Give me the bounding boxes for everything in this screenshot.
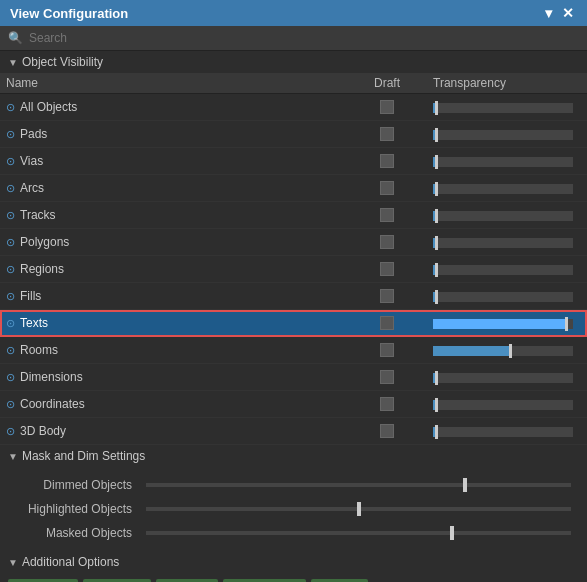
- table-row[interactable]: ⊙Texts: [0, 310, 587, 337]
- dim-slider-handle[interactable]: [357, 502, 361, 516]
- transparency-cell[interactable]: [427, 283, 587, 310]
- draft-checkbox-cell[interactable]: [347, 310, 427, 337]
- transparency-cell[interactable]: [427, 418, 587, 445]
- transparency-slider[interactable]: [433, 130, 573, 140]
- draft-checkbox-cell[interactable]: [347, 283, 427, 310]
- table-row[interactable]: ⊙Dimensions: [0, 364, 587, 391]
- draft-checkbox[interactable]: [380, 181, 394, 195]
- draft-checkbox-cell[interactable]: [347, 94, 427, 121]
- draft-checkbox-cell[interactable]: [347, 391, 427, 418]
- transparency-slider[interactable]: [433, 400, 573, 410]
- eye-icon[interactable]: ⊙: [6, 236, 15, 249]
- draft-checkbox[interactable]: [380, 127, 394, 141]
- draft-checkbox-cell[interactable]: [347, 148, 427, 175]
- draft-checkbox-cell[interactable]: [347, 202, 427, 229]
- row-label: Dimensions: [20, 370, 83, 384]
- visibility-table: Name Draft Transparency ⊙All Objects⊙Pad…: [0, 73, 587, 445]
- draft-checkbox-cell[interactable]: [347, 337, 427, 364]
- transparency-cell[interactable]: [427, 148, 587, 175]
- dim-slider-handle[interactable]: [450, 526, 454, 540]
- dim-slider-track[interactable]: [146, 531, 571, 535]
- table-row[interactable]: ⊙Coordinates: [0, 391, 587, 418]
- transparency-cell[interactable]: [427, 175, 587, 202]
- pin-button[interactable]: ▾: [542, 5, 555, 21]
- search-bar: 🔍: [0, 26, 587, 51]
- eye-icon[interactable]: ⊙: [6, 101, 15, 114]
- dim-slider-track[interactable]: [146, 507, 571, 511]
- transparency-cell[interactable]: [427, 202, 587, 229]
- eye-icon[interactable]: ⊙: [6, 317, 15, 330]
- draft-checkbox[interactable]: [380, 262, 394, 276]
- table-row[interactable]: ⊙3D Body: [0, 418, 587, 445]
- table-row[interactable]: ⊙Arcs: [0, 175, 587, 202]
- transparency-cell[interactable]: [427, 256, 587, 283]
- draft-checkbox-cell[interactable]: [347, 418, 427, 445]
- draft-checkbox[interactable]: [380, 343, 394, 357]
- search-input[interactable]: [29, 31, 579, 45]
- draft-checkbox[interactable]: [380, 424, 394, 438]
- draft-checkbox-cell[interactable]: [347, 121, 427, 148]
- dim-row-masked-objects: Masked Objects: [0, 521, 587, 545]
- eye-icon[interactable]: ⊙: [6, 425, 15, 438]
- transparency-cell[interactable]: [427, 310, 587, 337]
- table-row[interactable]: ⊙Regions: [0, 256, 587, 283]
- transparency-cell[interactable]: [427, 229, 587, 256]
- draft-checkbox[interactable]: [380, 100, 394, 114]
- additional-options-header[interactable]: ▼ Additional Options: [0, 551, 587, 573]
- draft-checkbox-cell[interactable]: [347, 175, 427, 202]
- transparency-slider[interactable]: [433, 265, 573, 275]
- row-label: Texts: [20, 316, 48, 330]
- transparency-slider[interactable]: [433, 292, 573, 302]
- transparency-slider[interactable]: [433, 373, 573, 383]
- transparency-cell[interactable]: [427, 391, 587, 418]
- eye-icon[interactable]: ⊙: [6, 398, 15, 411]
- eye-icon[interactable]: ⊙: [6, 290, 15, 303]
- dim-slider-handle[interactable]: [463, 478, 467, 492]
- draft-checkbox[interactable]: [380, 289, 394, 303]
- transparency-cell[interactable]: [427, 121, 587, 148]
- draft-checkbox-cell[interactable]: [347, 364, 427, 391]
- eye-icon[interactable]: ⊙: [6, 344, 15, 357]
- transparency-cell[interactable]: [427, 94, 587, 121]
- object-visibility-header[interactable]: ▼ Object Visibility: [0, 51, 587, 73]
- draft-checkbox[interactable]: [380, 154, 394, 168]
- table-row[interactable]: ⊙Tracks: [0, 202, 587, 229]
- draft-checkbox[interactable]: [380, 370, 394, 384]
- transparency-slider[interactable]: [433, 238, 573, 248]
- table-row[interactable]: ⊙All Objects: [0, 94, 587, 121]
- transparency-slider[interactable]: [433, 211, 573, 221]
- eye-icon[interactable]: ⊙: [6, 155, 15, 168]
- eye-icon[interactable]: ⊙: [6, 182, 15, 195]
- collapse-icon-3: ▼: [8, 557, 18, 568]
- draft-checkbox[interactable]: [380, 208, 394, 222]
- table-row[interactable]: ⊙Vias: [0, 148, 587, 175]
- transparency-slider[interactable]: [433, 103, 573, 113]
- draft-checkbox[interactable]: [380, 235, 394, 249]
- transparency-cell[interactable]: [427, 337, 587, 364]
- transparency-slider[interactable]: [433, 319, 573, 329]
- draft-checkbox[interactable]: [380, 316, 394, 330]
- transparency-cell[interactable]: [427, 364, 587, 391]
- eye-icon[interactable]: ⊙: [6, 371, 15, 384]
- transparency-slider[interactable]: [433, 157, 573, 167]
- draft-checkbox-cell[interactable]: [347, 229, 427, 256]
- eye-icon[interactable]: ⊙: [6, 263, 15, 276]
- transparency-slider[interactable]: [433, 427, 573, 437]
- table-row[interactable]: ⊙Polygons: [0, 229, 587, 256]
- table-row[interactable]: ⊙Fills: [0, 283, 587, 310]
- eye-icon[interactable]: ⊙: [6, 209, 15, 222]
- draft-checkbox[interactable]: [380, 397, 394, 411]
- mask-dim-header[interactable]: ▼ Mask and Dim Settings: [0, 445, 587, 467]
- table-header-row: Name Draft Transparency: [0, 73, 587, 94]
- transparency-slider[interactable]: [433, 346, 573, 356]
- table-row[interactable]: ⊙Pads: [0, 121, 587, 148]
- dim-slider-track[interactable]: [146, 483, 571, 487]
- close-button[interactable]: ✕: [559, 5, 577, 21]
- transparency-slider[interactable]: [433, 184, 573, 194]
- dim-row-label: Dimmed Objects: [12, 478, 142, 492]
- eye-icon[interactable]: ⊙: [6, 128, 15, 141]
- table-row[interactable]: ⊙Rooms: [0, 337, 587, 364]
- row-label: Rooms: [20, 343, 58, 357]
- draft-checkbox-cell[interactable]: [347, 256, 427, 283]
- view-configuration-panel: View Configuration ▾ ✕ 🔍 ▼ Object Visibi…: [0, 0, 587, 582]
